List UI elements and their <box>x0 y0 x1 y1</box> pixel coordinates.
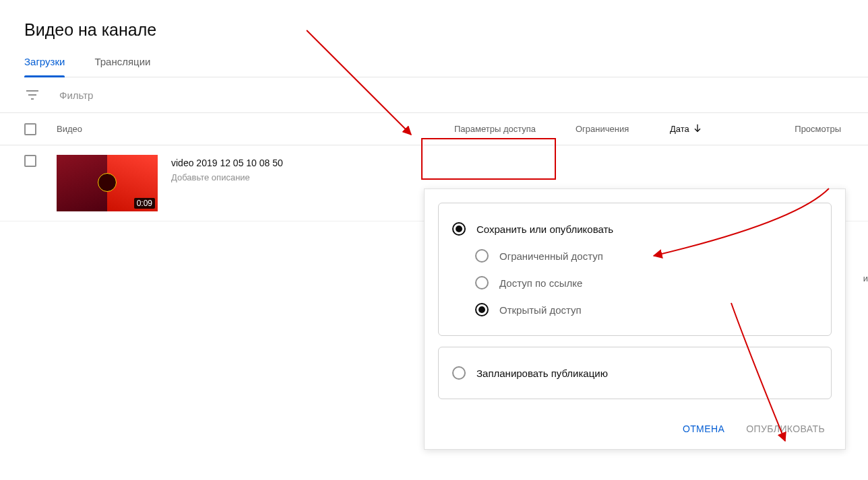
arrow-down-icon <box>692 123 703 135</box>
cancel-button[interactable]: ОТМЕНА <box>676 418 731 440</box>
tab-uploads[interactable]: Загрузки <box>24 56 65 77</box>
col-views[interactable]: Просмотры <box>751 124 844 134</box>
publish-options-box: Сохранить или опубликовать Ограниченный … <box>438 203 832 336</box>
row-checkbox[interactable] <box>24 155 36 167</box>
option-label: Запланировать публикацию <box>476 368 608 379</box>
col-visibility[interactable]: Параметры доступа <box>454 124 576 134</box>
partial-text: и <box>863 273 868 283</box>
video-description-placeholder[interactable]: Добавьте описание <box>171 172 283 182</box>
option-label: Открытый доступ <box>499 304 582 316</box>
option-label: Ограниченный доступ <box>499 250 603 262</box>
filter-row: Фильтр <box>0 77 868 113</box>
popup-actions: ОТМЕНА ОПУБЛИКОВАТЬ <box>438 410 832 445</box>
page-title: Видео на канале <box>24 20 868 40</box>
col-video[interactable]: Видео <box>57 124 454 134</box>
radio-icon <box>475 276 489 289</box>
filter-icon[interactable] <box>24 87 40 103</box>
table-header: Видео Параметры доступа Ограничения Дата… <box>0 113 868 145</box>
filter-input[interactable]: Фильтр <box>59 90 93 101</box>
option-save-publish[interactable]: Сохранить или опубликовать <box>452 215 817 242</box>
col-date-label: Дата <box>670 124 689 134</box>
publish-button[interactable]: ОПУБЛИКОВАТЬ <box>739 418 832 440</box>
video-thumbnail[interactable]: 0:09 <box>57 155 158 211</box>
select-all-checkbox[interactable] <box>24 123 36 135</box>
schedule-box: Запланировать публикацию <box>438 347 832 399</box>
option-label: Сохранить или опубликовать <box>476 224 613 235</box>
option-unlisted[interactable]: Доступ по ссылке <box>452 269 817 296</box>
tab-live[interactable]: Трансляции <box>94 56 150 77</box>
col-restrictions[interactable]: Ограничения <box>576 124 670 134</box>
option-public[interactable]: Открытый доступ <box>452 296 817 323</box>
tabs: Загрузки Трансляции <box>24 56 868 77</box>
video-duration: 0:09 <box>134 198 155 209</box>
radio-icon <box>452 366 466 380</box>
option-label: Доступ по ссылке <box>499 277 582 289</box>
radio-icon <box>475 249 489 263</box>
visibility-popup: Сохранить или опубликовать Ограниченный … <box>424 188 846 450</box>
radio-icon <box>452 222 466 236</box>
col-date[interactable]: Дата <box>670 123 751 135</box>
video-title[interactable]: video 2019 12 05 10 08 50 <box>171 158 283 168</box>
option-private[interactable]: Ограниченный доступ <box>452 242 817 269</box>
video-meta: video 2019 12 05 10 08 50 Добавьте описа… <box>171 155 283 182</box>
radio-icon <box>475 303 489 316</box>
option-schedule[interactable]: Запланировать публикацию <box>452 359 817 386</box>
